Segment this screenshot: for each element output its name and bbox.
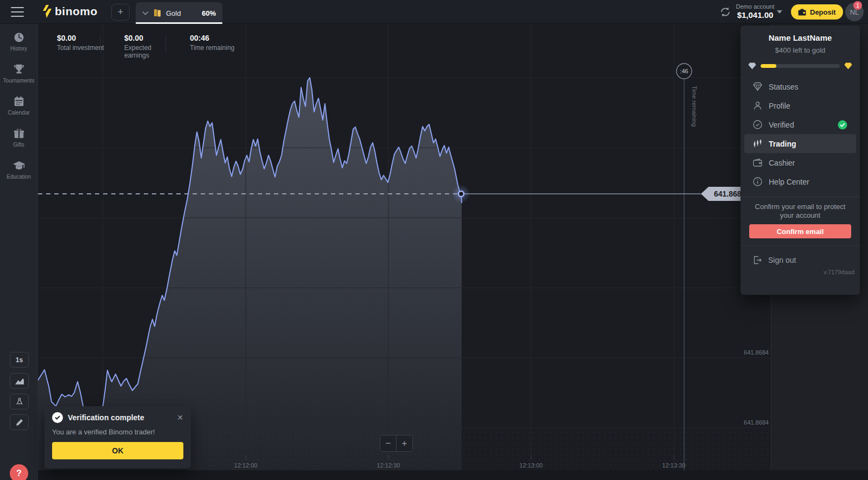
deposit-button[interactable]: Deposit [791,4,843,20]
calendar-icon [13,96,25,108]
sign-out-button[interactable]: Sign out [741,252,860,268]
expiry-rotated-label: Time remaining [691,86,698,127]
active-tab-underline [136,22,222,24]
panel-divider [741,197,860,197]
panel-divider [741,245,860,246]
stat-total-investment: $0.00 Total investment [57,34,112,59]
app-version: v.7179daad [741,269,860,275]
sidebar-item-label: Gifts [13,142,24,148]
chart-type-button[interactable] [10,373,29,389]
gem-icon [753,82,762,91]
confirm-email-note: Confirm your email to protect your accou… [750,203,850,219]
cashier-wallet-icon [753,159,762,167]
menu-item-label: Help Center [769,178,809,186]
close-icon[interactable]: ✕ [177,413,183,422]
menu-item-help-center[interactable]: Help Center [744,172,856,191]
asset-name: Gold [166,9,181,17]
silver-gem-icon [748,62,756,70]
menu-item-trading[interactable]: Trading [744,134,856,153]
binomo-trading-screen: 12:11:3012:12:0012:12:3012:13:0012:13:30… [0,0,868,480]
menu-item-label: Cashier [769,159,795,167]
account-chevron-down-icon[interactable] [777,10,782,14]
sidebar: History Tournaments Calendar [0,24,38,480]
refresh-icon[interactable] [719,6,731,18]
account-menu: Statuses Profile Verified [741,77,860,191]
drawing-tools-button[interactable] [10,414,29,430]
sidebar-item-history[interactable]: History [0,27,37,56]
lightning-bolt-icon [43,5,52,18]
sidebar-item-label: History [10,46,27,52]
pencil-icon [15,418,24,427]
menu-item-label: Trading [769,140,796,148]
zoom-out-button[interactable]: − [380,435,397,452]
menu-item-label: Statuses [769,83,798,91]
check-circle-icon [52,412,63,423]
hamburger-menu-icon[interactable] [11,7,24,17]
trade-stats: $0.00 Total investment $0.00 Expected ea… [57,34,234,59]
sidebar-item-gifts[interactable]: Gifts [0,123,37,152]
status-progress-track [761,64,840,68]
graduation-cap-icon [12,160,25,172]
toast-message: You are a verified Binomo trader! [52,428,183,436]
chevron-down-icon [142,11,149,15]
verification-toast: Verification complete ✕ You are a verifi… [44,406,191,469]
asset-payout: 60% [202,9,216,17]
stat-value: $0.00 [57,34,112,42]
x-tick-label: 12:13:00 [520,462,543,469]
stat-divider [165,35,166,53]
info-icon [753,177,762,186]
add-asset-tab-button[interactable]: + [111,4,130,21]
binomo-logo: binomo [43,5,98,18]
indicators-button[interactable] [10,394,29,409]
status-progress-note: $400 left to gold [741,46,860,54]
help-button[interactable]: ? [10,464,28,480]
wallet-icon [798,9,806,16]
sidebar-item-label: Education [7,174,30,180]
gold-asset-icon [153,9,162,17]
menu-item-verified[interactable]: Verified [744,115,856,134]
profile-icon [753,101,762,110]
sidebar-item-tournaments[interactable]: Tournaments [0,59,37,88]
notification-badge: 1 [853,1,862,10]
sidebar-item-education[interactable]: Education [0,155,37,184]
sidebar-item-calendar[interactable]: Calendar [0,91,37,120]
deposit-label: Deposit [810,8,836,16]
stat-label: Time remaining [190,44,234,52]
topbar: binomo + Gold 60% Demo account $1,041.00 [0,0,868,24]
menu-item-statuses[interactable]: Statuses [744,77,856,96]
sign-out-icon [753,256,762,264]
toast-ok-button[interactable]: OK [52,442,183,459]
expiry-badge-text: :46 [680,68,688,74]
sidebar-item-label: Calendar [8,110,30,116]
stat-expected-earnings: $0.00 Expected earnings [112,34,174,59]
stat-time-remaining: 00:46 Time remaining [174,34,234,59]
zoom-in-button[interactable]: + [396,435,413,452]
chart-zoom-controls: − + [380,435,413,452]
current-point-dot [458,191,464,197]
gift-icon [13,128,25,140]
stat-value: $0.00 [124,34,174,42]
x-tick-label: 12:12:00 [234,462,258,469]
verified-check-icon [753,120,762,129]
verified-green-badge-icon [838,120,847,130]
history-clock-icon [13,31,25,43]
gold-gem-icon [844,62,852,70]
account-type-label: Demo account [736,3,775,10]
stat-divider [100,35,101,53]
timeframe-button[interactable]: 1s [10,352,29,368]
asset-tab-gold[interactable]: Gold 60% [136,2,222,24]
trading-candles-icon [753,139,762,148]
menu-item-cashier[interactable]: Cashier [744,153,856,172]
stat-value: 00:46 [190,34,234,42]
compass-icon [15,397,24,406]
account-switcher[interactable]: Demo account $1,041.00 [736,3,775,20]
status-progress [748,62,852,70]
user-name: Name LastName [741,33,860,42]
account-balance: $1,041.00 [736,10,775,20]
confirm-email-button[interactable]: Confirm email [749,224,851,238]
stat-label: Total investment [57,44,112,52]
menu-item-label: Profile [769,102,790,110]
menu-item-profile[interactable]: Profile [744,96,856,115]
account-menu-panel: Name LastName $400 left to gold Statuses [741,26,860,295]
trophy-icon [13,64,25,75]
